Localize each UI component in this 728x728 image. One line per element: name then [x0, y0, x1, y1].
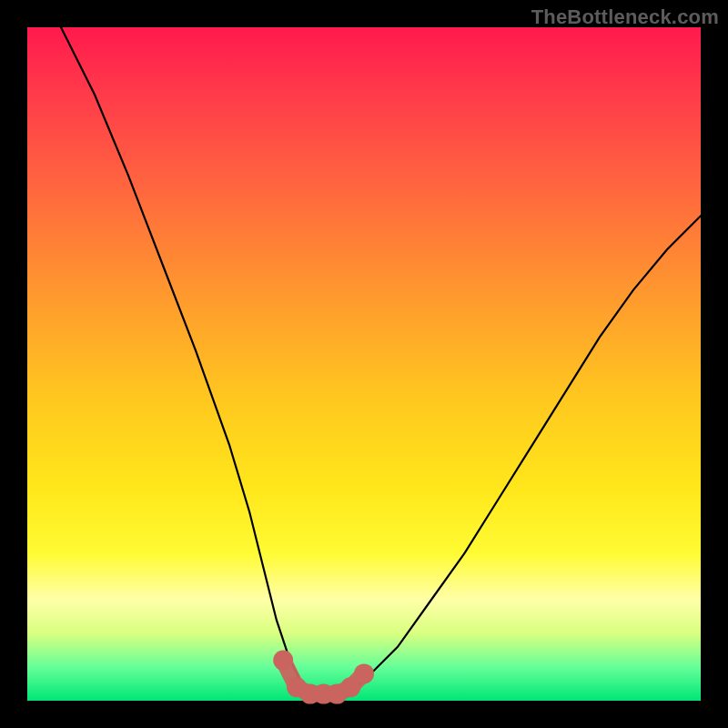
plot-area — [27, 27, 701, 701]
watermark-label: TheBottleneck.com — [531, 5, 719, 29]
chart-svg — [27, 27, 701, 701]
chart-frame: TheBottleneck.com — [0, 0, 728, 728]
curve-path — [61, 27, 701, 694]
highlight-dot — [354, 663, 374, 683]
highlight-dot — [273, 651, 293, 671]
